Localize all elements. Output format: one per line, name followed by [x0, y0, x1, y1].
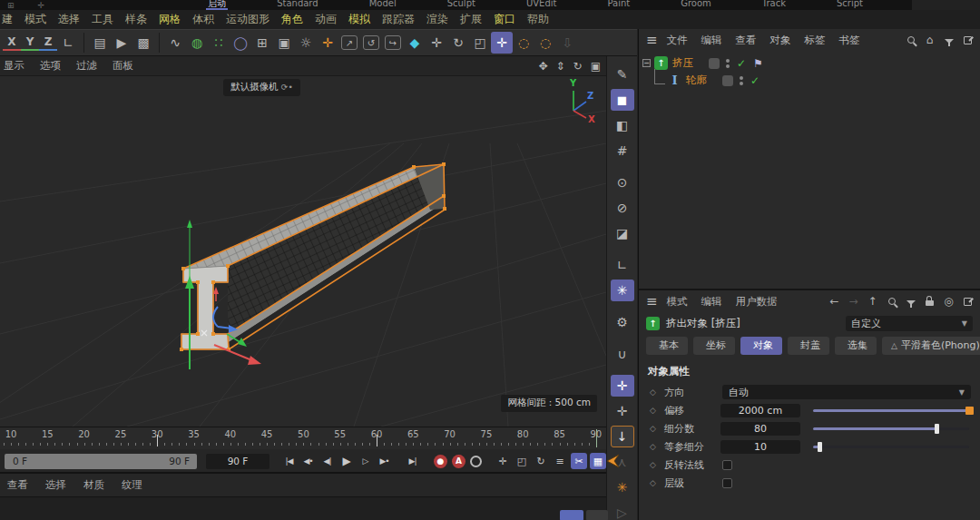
- menu-item[interactable]: 跟踪器: [382, 12, 415, 27]
- search-icon[interactable]: [887, 298, 897, 305]
- key-dot-icon[interactable]: ◇: [650, 460, 664, 469]
- play-tool-icon[interactable]: ▷: [611, 502, 634, 520]
- prev-key-button[interactable]: ◀•: [299, 453, 317, 469]
- layer-chip[interactable]: [722, 75, 733, 86]
- menu-item[interactable]: 模拟: [348, 12, 370, 27]
- polygons-mode-icon[interactable]: ◪: [611, 222, 634, 244]
- viewport-menu-item[interactable]: 选项: [40, 59, 61, 73]
- object-label[interactable]: 轮廓: [686, 74, 713, 87]
- torus-spline-icon[interactable]: ◯: [230, 32, 251, 54]
- attribute-tab[interactable]: 选集: [835, 337, 877, 355]
- hamburger-menu-icon[interactable]: ≡: [646, 32, 658, 48]
- goto-end-button[interactable]: ▶|: [404, 453, 421, 469]
- axis-center-icon[interactable]: ✛: [317, 32, 338, 54]
- live-selection-icon[interactable]: ◌: [513, 32, 534, 54]
- enable-check-icon[interactable]: ✓: [737, 57, 746, 70]
- visibility-dots[interactable]: [726, 59, 730, 68]
- magnet-snap-icon[interactable]: ∪: [611, 343, 634, 365]
- iso-subdivision-input[interactable]: 10: [720, 440, 800, 454]
- subdivision-slider[interactable]: [813, 422, 969, 435]
- record-scale-toggle[interactable]: ◰: [514, 453, 530, 469]
- spline-pen-icon[interactable]: ∿: [164, 32, 186, 54]
- maximize-view-icon[interactable]: ▣: [591, 60, 601, 73]
- layout-tab[interactable]: Model: [368, 0, 398, 10]
- array-icon[interactable]: ⊞: [251, 32, 273, 54]
- search-icon[interactable]: [906, 36, 916, 44]
- attribute-tab[interactable]: 封盖: [788, 337, 829, 355]
- viewport-menu-item[interactable]: 面板: [113, 59, 133, 73]
- flip-normals-checkbox[interactable]: [722, 460, 732, 470]
- window-move-icon[interactable]: ✛: [38, 1, 45, 10]
- record-parameter-toggle[interactable]: ≡: [552, 453, 568, 469]
- record-position-toggle[interactable]: ✛: [495, 453, 511, 469]
- layout-tab[interactable]: Groom: [679, 0, 713, 10]
- drop-to-floor-icon[interactable]: ↓: [611, 426, 634, 447]
- preview-range-slider[interactable]: 0 F 90 F: [5, 454, 197, 469]
- key-dot-icon[interactable]: ◇: [650, 442, 664, 451]
- play-forward-button[interactable]: ▷: [357, 453, 374, 469]
- panel-menu-item[interactable]: 标签: [805, 34, 826, 47]
- subdivision-surface-icon[interactable]: ◍: [186, 32, 208, 54]
- current-frame-input[interactable]: [206, 454, 270, 469]
- panel-menu-item[interactable]: 书签: [839, 34, 860, 47]
- menu-item[interactable]: 工具: [92, 12, 113, 27]
- playhead[interactable]: [596, 429, 597, 447]
- layout-tab[interactable]: Track: [760, 0, 788, 10]
- rectangle-selection-icon[interactable]: ◌: [534, 32, 556, 54]
- panel-menu-item[interactable]: 对象: [770, 34, 791, 47]
- layout-tab[interactable]: 启动: [206, 0, 228, 10]
- filter-icon[interactable]: [944, 37, 954, 44]
- attribute-tab[interactable]: 坐标: [693, 337, 735, 355]
- layout-tab[interactable]: Script: [835, 0, 865, 10]
- viewport-menu-item[interactable]: 显示: [4, 59, 24, 73]
- camera-label-chip[interactable]: 默认摄像机 ⟳•: [223, 79, 300, 96]
- menu-item[interactable]: 帮助: [527, 12, 549, 27]
- timeline-ruler[interactable]: 1015202530354045505560657075808590: [0, 427, 606, 449]
- iso-subdivision-slider[interactable]: [813, 440, 969, 453]
- render-settings-button[interactable]: ▩: [132, 32, 154, 54]
- back-arrow-icon[interactable]: ←: [829, 295, 839, 308]
- scale-tool-button[interactable]: ◰: [469, 32, 491, 54]
- auto-snap-icon[interactable]: ✛: [611, 400, 634, 422]
- panel-menu-item[interactable]: 文件: [667, 34, 688, 47]
- menu-item[interactable]: 窗口: [494, 12, 515, 27]
- panel-menu-item[interactable]: 查看: [736, 34, 757, 47]
- texture-mode-icon[interactable]: ◧: [611, 114, 634, 136]
- tree-row-extrude[interactable]: − ↑ 挤压 ✓ ⚑: [642, 54, 980, 72]
- attribute-tab[interactable]: △平滑着色(Phong): [882, 337, 980, 355]
- move-tool-active-button[interactable]: ✛: [491, 32, 513, 54]
- cloner-icon[interactable]: ∷: [208, 32, 230, 54]
- snap-frame-toggle[interactable]: ▦: [590, 453, 606, 469]
- layer-chip[interactable]: [709, 58, 720, 69]
- material-menu-item[interactable]: 查看: [7, 478, 28, 492]
- panel-menu-item[interactable]: 用户数据: [736, 295, 778, 309]
- play-button[interactable]: ▶: [338, 453, 355, 469]
- menu-item[interactable]: 角色: [281, 12, 303, 27]
- render-view-button[interactable]: ▤: [89, 32, 111, 54]
- menu-item[interactable]: 样条: [125, 12, 147, 27]
- menu-item[interactable]: 扩展: [460, 12, 482, 27]
- expander-icon[interactable]: −: [642, 59, 651, 67]
- y-axis-lock-button[interactable]: Y: [21, 34, 39, 51]
- up-arrow-icon[interactable]: ↑: [867, 295, 877, 308]
- key-dot-icon[interactable]: ◇: [650, 388, 664, 397]
- key-dot-icon[interactable]: ◇: [650, 478, 664, 487]
- dolly-view-icon[interactable]: ⇕: [556, 60, 565, 73]
- current-state-button[interactable]: ↪: [385, 35, 401, 50]
- menu-item[interactable]: 选择: [58, 12, 80, 27]
- panel-menu-item[interactable]: 模式: [667, 295, 688, 309]
- menu-item[interactable]: 建: [2, 12, 13, 27]
- offset-slider[interactable]: [813, 404, 969, 417]
- coordinate-box[interactable]: [586, 510, 608, 520]
- flag-icon[interactable]: ⚑: [753, 57, 763, 70]
- coordinate-slider-chip[interactable]: [560, 510, 583, 520]
- layout-tab[interactable]: Paint: [605, 0, 632, 10]
- viewport-menu-item[interactable]: 过滤: [76, 59, 97, 73]
- z-axis-lock-button[interactable]: Z: [39, 34, 57, 51]
- panel-menu-item[interactable]: 编辑: [701, 34, 722, 47]
- external-window-icon[interactable]: [963, 298, 973, 306]
- viewport-canvas[interactable]: 显示选项过滤面板 ✥⇕↻▣ 默认摄像机 ⟳• Y Z X 网格间距 : 500 …: [0, 56, 606, 427]
- keyframe-selection-button[interactable]: [470, 456, 482, 467]
- pan-view-icon[interactable]: ✥: [538, 60, 547, 73]
- render-picture-viewer-button[interactable]: ▶: [111, 32, 132, 54]
